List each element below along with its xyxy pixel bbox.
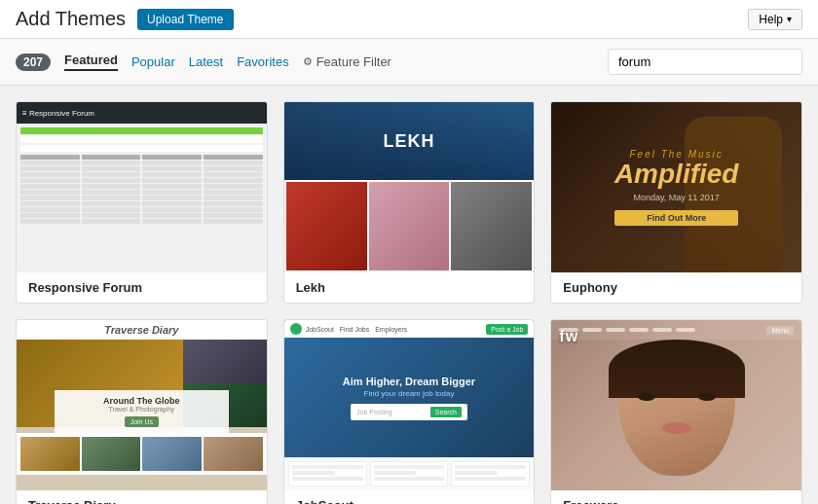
- js-card-1: [288, 461, 367, 486]
- js-nav-item: Employers: [375, 326, 407, 333]
- chevron-down-icon: ▾: [787, 14, 792, 24]
- td-card-title: Around The Globe: [64, 396, 220, 406]
- fw-dot: [676, 328, 695, 332]
- fw-portrait: [599, 340, 755, 481]
- upload-theme-button[interactable]: Upload Theme: [137, 9, 234, 30]
- theme-thumbnail-traverse-diary: Traverse Diary Around The Globe Travel &…: [17, 320, 267, 490]
- theme-name-euphony: Euphony: [551, 272, 801, 303]
- theme-thumbnail-freeware: Menu fw: [551, 320, 801, 490]
- td-small-img-1: [183, 340, 267, 383]
- theme-thumbnail-lekh: LEKH: [284, 102, 535, 272]
- theme-thumbnail-jobscout: JobScout Find Jobs Employers Post a Job …: [284, 320, 535, 490]
- fw-dot: [629, 328, 649, 332]
- fw-nav-btn: Menu: [766, 326, 794, 335]
- js-card-line: [292, 471, 335, 475]
- theme-thumbnail-euphony: Feel The Music Amplified Monday, May 11 …: [551, 102, 801, 272]
- td-thumb-1: [20, 437, 80, 471]
- js-nav-item: JobScout: [306, 326, 334, 333]
- js-card-3: [451, 461, 530, 486]
- top-bar: Add Themes Upload Theme Help ▾: [0, 0, 818, 39]
- nav-left: 207 Featured Popular Latest Favorites ⚙ …: [16, 53, 391, 71]
- theme-name-traverse-diary: Traverse Diary: [17, 490, 267, 504]
- js-card-line: [374, 471, 417, 475]
- lekh-grid: [284, 180, 535, 272]
- td-thumb-4: [204, 437, 263, 471]
- tab-latest[interactable]: Latest: [189, 54, 223, 69]
- euphony-amplified: Amplified: [614, 160, 739, 190]
- tab-favorites[interactable]: Favorites: [237, 54, 288, 69]
- td-thumb-3: [142, 437, 202, 471]
- rf-row: [20, 145, 263, 152]
- euphony-subtitle: Monday, May 11 2017: [614, 193, 739, 202]
- td-thumb-row: [17, 433, 267, 475]
- fw-dot: [652, 328, 672, 332]
- euphony-text-block: Feel The Music Amplified Monday, May 11 …: [614, 149, 739, 227]
- tab-featured[interactable]: Featured: [64, 53, 118, 71]
- fw-logo-area: fw: [559, 328, 578, 345]
- td-card-btn: Join Us: [125, 416, 159, 427]
- top-bar-left: Add Themes Upload Theme: [16, 8, 234, 30]
- theme-name-jobscout: JobScout: [284, 490, 535, 504]
- js-card-2: [370, 461, 449, 486]
- euphony-cta: Find Out More: [614, 210, 739, 226]
- theme-card-lekh[interactable]: LEKH Lekh: [283, 101, 536, 304]
- fw-dot: [606, 328, 625, 332]
- js-logo: [290, 323, 302, 335]
- help-label: Help: [759, 13, 783, 26]
- help-button[interactable]: Help ▾: [748, 9, 802, 30]
- page-title: Add Themes: [16, 8, 126, 30]
- themes-grid: ≡ Responsive Forum: [0, 86, 818, 504]
- td-header: Traverse Diary: [17, 320, 267, 340]
- js-card-line: [455, 477, 526, 481]
- js-search-placeholder: Job Posting: [356, 409, 392, 415]
- js-nav-item: Find Jobs: [340, 326, 369, 333]
- rf-logo: ≡ Responsive Forum: [22, 109, 94, 118]
- theme-card-traverse-diary[interactable]: Traverse Diary Around The Globe Travel &…: [16, 319, 268, 504]
- theme-card-responsive-forum[interactable]: ≡ Responsive Forum: [16, 101, 268, 304]
- theme-name-lekh: Lekh: [284, 272, 535, 303]
- js-search-bar: Job Posting Search: [351, 404, 467, 420]
- fw-top-bar: Menu: [551, 320, 801, 340]
- theme-card-freeware[interactable]: Menu fw Freeware: [550, 319, 802, 504]
- fw-logo-text: fw: [559, 328, 578, 345]
- nav-bar: 207 Featured Popular Latest Favorites ⚙ …: [0, 39, 818, 86]
- td-card-wrapper: Around The Globe Travel & Photography Jo…: [17, 410, 267, 433]
- euphony-overlay: Feel The Music Amplified Monday, May 11 …: [551, 102, 801, 272]
- theme-thumbnail-responsive-forum: ≡ Responsive Forum: [17, 102, 267, 272]
- js-card-line: [374, 477, 445, 481]
- td-blog-title: Traverse Diary: [104, 324, 178, 336]
- lekh-cell-2: [369, 182, 450, 270]
- js-hero: Aim Higher, Dream Bigger Find your dream…: [284, 338, 535, 457]
- js-card-line: [455, 465, 526, 469]
- js-topbar: JobScout Find Jobs Employers Post a Job: [284, 320, 535, 338]
- theme-card-euphony[interactable]: Feel The Music Amplified Monday, May 11 …: [550, 101, 802, 304]
- js-hero-title: Aim Higher, Dream Bigger: [343, 376, 475, 387]
- lekh-cell-1: [286, 182, 367, 270]
- lekh-hero: LEKH: [284, 102, 535, 180]
- td-card: Around The Globe Travel & Photography Jo…: [55, 390, 230, 433]
- rf-row: [20, 136, 263, 143]
- theme-count-badge: 207: [16, 54, 51, 71]
- theme-card-jobscout[interactable]: JobScout Find Jobs Employers Post a Job …: [283, 319, 536, 504]
- search-input[interactable]: [608, 49, 802, 75]
- feature-filter-label: Feature Filter: [316, 54, 391, 69]
- td-card-sub: Travel & Photography: [64, 406, 220, 413]
- js-nav: JobScout Find Jobs Employers: [306, 326, 483, 333]
- gear-icon: ⚙: [303, 55, 313, 68]
- td-thumb-2: [82, 437, 141, 471]
- theme-name-freeware: Freeware: [551, 490, 801, 504]
- feature-filter-btn[interactable]: ⚙ Feature Filter: [303, 54, 391, 69]
- js-hero-sub: Find your dream job today: [364, 389, 455, 398]
- js-card-line: [292, 465, 363, 469]
- euphony-tagline: Feel The Music: [614, 149, 739, 160]
- js-post-btn: Post a Job: [486, 324, 528, 335]
- js-card-line: [374, 465, 445, 469]
- tab-popular[interactable]: Popular: [131, 54, 175, 69]
- lekh-hero-title: LEKH: [383, 131, 434, 152]
- js-bottom: [284, 457, 535, 490]
- js-card-line: [455, 471, 498, 475]
- theme-name-responsive-forum: Responsive Forum: [17, 272, 267, 303]
- lekh-cell-3: [451, 182, 532, 270]
- fw-dot: [582, 328, 602, 332]
- fw-nav-dots: [559, 328, 695, 332]
